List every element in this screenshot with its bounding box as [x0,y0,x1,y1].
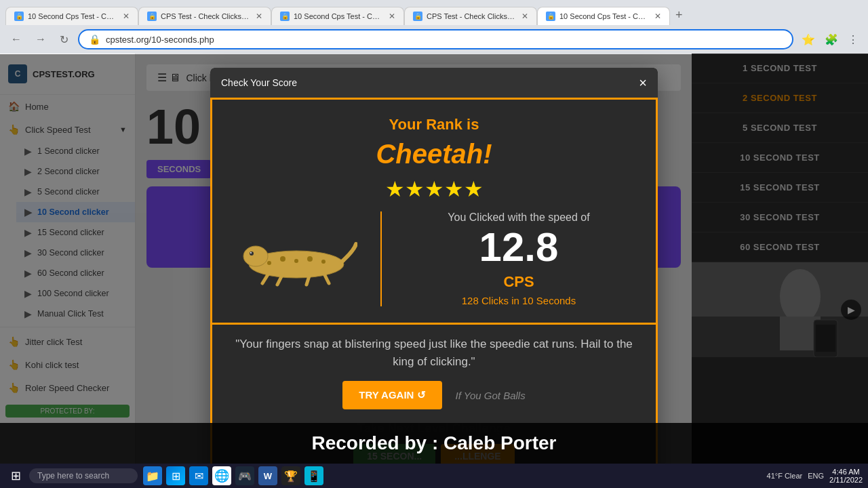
bookmark-icon[interactable]: ⭐ [799,30,818,49]
modal-cheetah [229,224,364,294]
if-balls-text: If You Got Balls [456,390,526,401]
back-button[interactable]: ← [7,32,26,47]
modal-body: Your Rank is Cheetah! ★★★★★ [210,98,658,325]
taskbar: ⊞ 📁 ⊞ ✉ 🌐 🎮 W 🏆 📱 41°F Clear ENG 4:46 AM… [0,464,868,488]
modal-rank-name: Cheetah! [229,139,639,169]
tab-1[interactable]: 🔒 10 Second Cps Test - Checks Cl... ✕ [5,7,138,25]
taskbar-search[interactable] [29,468,138,483]
recording-bar: Recorded by : Caleb Porter [0,423,868,464]
try-again-button[interactable]: TRY AGAIN ↺ [342,381,441,409]
menu-icon[interactable]: ⋮ [845,30,861,49]
tab-5[interactable]: 🔒 10 Second Cps Test - Checks Cl... ✕ [537,7,670,25]
modal-quote: "Your fingers snap at blistering speed j… [229,336,639,370]
taskbar-time: 4:46 AM [829,468,863,476]
start-button[interactable]: ⊞ [5,466,26,486]
modal-stars: ★★★★★ [229,176,639,202]
tab-5-close[interactable]: ✕ [654,12,661,21]
forward-button[interactable]: → [31,32,50,47]
taskbar-lang: ENG [808,472,824,480]
tab-4-title: CPS Test - Check Clicks per Sec... [427,12,515,20]
tab-4[interactable]: 🔒 CPS Test - Check Clicks per Sec... ✕ [404,7,537,25]
tab-3-favicon: 🔒 [280,12,290,21]
lock-icon: 🔒 [89,34,100,45]
modal-stats: You Clicked with the speed of 12.8 CPS 1… [398,211,639,306]
svg-point-9 [294,259,298,263]
address-bar[interactable]: 🔒 cpstest.org/10-seconds.php [78,29,793,49]
tab-4-close[interactable]: ✕ [521,12,528,21]
address-text: cpstest.org/10-seconds.php [106,35,214,45]
tab-3[interactable]: 🔒 10 Second Cps Test - Checks Cl... ✕ [271,7,404,25]
taskbar-icon-app2[interactable]: 📱 [304,466,323,485]
taskbar-icon-mail[interactable]: ✉ [189,466,208,485]
tab-5-title: 10 Second Cps Test - Checks Cl... [559,12,648,20]
taskbar-clock: 4:46 AM 2/11/2022 [829,468,863,484]
reload-button[interactable]: ↻ [56,32,73,47]
taskbar-icon-explorer[interactable]: 📁 [143,466,162,485]
tab-1-title: 10 Second Cps Test - Checks Cl... [28,12,116,20]
tab-3-title: 10 Second Cps Test - Checks Cl... [294,12,382,20]
tab-bar: 🔒 10 Second Cps Test - Checks Cl... ✕ 🔒 … [0,0,868,25]
browser-chrome: 🔒 10 Second Cps Test - Checks Cl... ✕ 🔒 … [0,0,868,54]
tab-2[interactable]: 🔒 CPS Test - Check Clicks per Sec... ✕ [138,7,271,25]
svg-point-8 [280,256,285,262]
taskbar-date: 2/11/2022 [829,476,863,484]
taskbar-icon-word[interactable]: W [258,466,277,485]
recording-text: Recorded by : Caleb Porter [312,432,557,453]
modal-header: Check Your Score × [210,68,658,98]
modal-cps-label-text: You Clicked with the speed of [398,211,639,224]
modal-rank-label: Your Rank is [229,116,639,134]
tab-3-close[interactable]: ✕ [389,12,395,21]
svg-point-17 [250,251,254,256]
svg-point-10 [307,256,313,262]
new-tab-button[interactable]: + [670,5,688,25]
modal: Check Your Score × Your Rank is Cheetah!… [210,68,658,481]
tab-2-close[interactable]: ✕ [256,12,262,21]
modal-clicks-info: 128 Clicks in 10 Seconds [398,295,639,306]
tab-1-close[interactable]: ✕ [123,12,130,21]
modal-title: Check Your Score [221,77,297,88]
svg-point-7 [243,246,268,266]
extensions-icon[interactable]: 🧩 [822,30,841,49]
svg-point-11 [267,261,271,265]
taskbar-icon-app1[interactable]: 🏆 [281,466,300,485]
taskbar-icon-steam[interactable]: 🎮 [235,466,254,485]
address-bar-row: ← → ↻ 🔒 cpstest.org/10-seconds.php ⭐ 🧩 ⋮ [0,25,868,54]
tab-2-favicon: 🔒 [147,12,157,21]
taskbar-weather: 41°F Clear [767,472,803,480]
modal-cps-row: 12.8 [398,224,639,270]
tab-4-favicon: 🔒 [413,12,422,21]
try-again-label: TRY AGAIN ↺ [359,389,425,401]
modal-cps-unit: CPS [398,273,639,291]
svg-point-18 [250,252,252,253]
taskbar-icon-chrome[interactable]: 🌐 [212,466,231,485]
modal-close-button[interactable]: × [639,76,647,89]
modal-content-row: You Clicked with the speed of 12.8 CPS 1… [229,211,639,306]
taskbar-icon-store[interactable]: ⊞ [166,466,185,485]
svg-point-12 [321,260,326,264]
tab-5-favicon: 🔒 [546,12,555,21]
modal-cps-number: 12.8 [479,224,559,270]
tab-1-favicon: 🔒 [14,12,24,21]
modal-actions: TRY AGAIN ↺ If You Got Balls [229,381,639,409]
tab-2-title: CPS Test - Check Clicks per Sec... [161,12,249,20]
modal-divider [380,211,382,306]
